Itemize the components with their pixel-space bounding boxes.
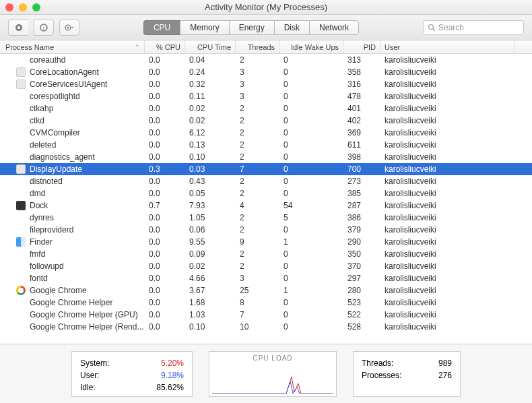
wake-value: 0 xyxy=(279,128,343,137)
table-row[interactable]: dynres0.01.0525386karolisliucveiki xyxy=(0,212,532,224)
col-idle-wake[interactable]: Idle Wake Ups xyxy=(279,40,343,53)
table-row[interactable]: deleted0.00.1320611karolisliucveiki xyxy=(0,139,532,151)
threads-value: 2 xyxy=(236,140,279,150)
user-value: karolisliucveiki xyxy=(380,104,515,113)
table-row[interactable]: Google Chrome Helper (GPU)0.01.0370522ka… xyxy=(0,309,532,321)
user-value: karolisliucveiki xyxy=(380,310,515,319)
threads-value: 3 xyxy=(236,67,279,77)
table-row[interactable]: corespotlightd0.00.1130478karolisliucvei… xyxy=(0,90,532,102)
table-row[interactable]: fileproviderd0.00.0620379karolisliucveik… xyxy=(0,224,532,236)
process-name: Google Chrome Helper xyxy=(30,298,112,307)
col-threads[interactable]: Threads xyxy=(236,40,279,53)
table-row[interactable]: DisplayUpdate0.30.0370700karolisliucveik… xyxy=(0,163,532,175)
wake-value: 0 xyxy=(279,92,343,101)
table-row[interactable]: followupd0.00.0220370karolisliucveiki xyxy=(0,260,532,272)
col-cpu[interactable]: % CPU xyxy=(145,40,185,53)
cputime-value: 0.10 xyxy=(185,322,236,332)
svg-point-6 xyxy=(428,24,433,29)
tab-network[interactable]: Network xyxy=(309,20,359,35)
process-name: ctkd xyxy=(30,116,44,125)
process-icon xyxy=(16,286,26,295)
user-value: karolisliucveiki xyxy=(380,189,515,198)
user-value: karolisliucveiki xyxy=(380,80,515,89)
cputime-value: 0.02 xyxy=(185,261,236,271)
cpu-value: 0.0 xyxy=(145,92,185,101)
col-pid[interactable]: PID xyxy=(343,40,380,53)
table-row[interactable]: CoreLocationAgent0.00.2430358karolisliuc… xyxy=(0,66,532,78)
user-value: karolisliucveiki xyxy=(380,201,515,210)
table-row[interactable]: CoreServicesUIAgent0.00.3230316karolisli… xyxy=(0,78,532,90)
wake-value: 0 xyxy=(279,116,343,125)
table-row[interactable]: Google Chrome Helper (Rend...0.00.101005… xyxy=(0,321,532,333)
wake-value: 1 xyxy=(279,286,343,295)
table-row[interactable]: ctkahp0.00.0220401karolisliucveiki xyxy=(0,102,532,115)
col-process-name[interactable]: Process Name⌃ xyxy=(0,40,145,53)
cputime-value: 3.67 xyxy=(185,286,236,295)
user-value: karolisliucveiki xyxy=(380,298,515,307)
wake-value: 0 xyxy=(279,177,343,186)
table-row[interactable]: CVMCompiler0.06.1220369karolisliucveiki xyxy=(0,127,532,139)
user-value: karolisliucveiki xyxy=(380,55,515,65)
table-row[interactable]: Finder0.09.5591290karolisliucveiki xyxy=(0,236,532,248)
pid-value: 369 xyxy=(343,128,380,137)
threads-value: 2 xyxy=(236,128,279,137)
process-name: followupd xyxy=(30,261,64,271)
table-row[interactable]: Google Chrome Helper0.01.6880523karolisl… xyxy=(0,297,532,309)
search-input[interactable]: Search xyxy=(423,20,524,35)
pid-value: 700 xyxy=(343,164,380,174)
col-cpu-time[interactable]: CPU Time xyxy=(185,40,236,53)
pid-value: 611 xyxy=(343,140,380,150)
col-user[interactable]: User xyxy=(380,40,515,53)
threads-value: 9 xyxy=(236,237,279,247)
table-row[interactable]: ctkd0.00.0220402karolisliucveiki xyxy=(0,115,532,127)
stop-process-button[interactable] xyxy=(8,20,28,36)
table-row[interactable]: fmfd0.00.0920350karolisliucveiki xyxy=(0,248,532,260)
processes-value: 276 xyxy=(438,369,452,381)
cpu-value: 0.0 xyxy=(145,80,185,89)
cpu-value: 0.0 xyxy=(145,322,185,332)
cpu-value: 0.0 xyxy=(145,213,185,222)
table-row[interactable]: Google Chrome0.03.67251280karolisliucvei… xyxy=(0,284,532,297)
tab-memory[interactable]: Memory xyxy=(180,20,228,35)
pid-value: 313 xyxy=(343,55,380,65)
tab-disk[interactable]: Disk xyxy=(274,20,309,35)
table-row[interactable]: Dock0.77.93454287karolisliucveiki xyxy=(0,199,532,212)
maximize-icon[interactable] xyxy=(32,3,40,11)
user-value: karolisliucveiki xyxy=(380,164,515,174)
system-label: System: xyxy=(80,357,109,369)
table-row[interactable]: distnoted0.00.4320273karolisliucveiki xyxy=(0,175,532,187)
cpu-value: 0.0 xyxy=(145,237,185,247)
table-row[interactable]: coreauthd0.00.0420313karolisliucveiki xyxy=(0,54,532,66)
cputime-value: 7.93 xyxy=(185,201,236,210)
cpu-value: 0.0 xyxy=(145,189,185,198)
table-row[interactable]: diagnostics_agent0.00.1020398karolisliuc… xyxy=(0,151,532,163)
svg-text:i: i xyxy=(43,25,44,31)
user-value: karolisliucveiki xyxy=(380,286,515,295)
process-name: fileproviderd xyxy=(30,225,73,235)
wake-value: 0 xyxy=(279,298,343,307)
table-row[interactable]: fontd0.04.6630297karolisliucveiki xyxy=(0,272,532,284)
tab-energy[interactable]: Energy xyxy=(229,20,274,35)
threads-value: 989 xyxy=(438,357,452,369)
search-icon xyxy=(428,24,436,32)
cputime-value: 1.03 xyxy=(185,310,236,319)
close-icon[interactable] xyxy=(5,3,13,11)
settings-button[interactable] xyxy=(59,20,79,36)
process-name: diagnostics_agent xyxy=(30,152,95,162)
tab-cpu[interactable]: CPU xyxy=(143,20,180,35)
cpu-value: 0.0 xyxy=(145,116,185,125)
cputime-value: 0.05 xyxy=(185,189,236,198)
pid-value: 316 xyxy=(343,80,380,89)
pid-value: 273 xyxy=(343,177,380,186)
cputime-value: 9.55 xyxy=(185,237,236,247)
user-value: karolisliucveiki xyxy=(380,213,515,222)
minimize-icon[interactable] xyxy=(19,3,27,11)
pid-value: 280 xyxy=(343,286,380,295)
cputime-value: 1.05 xyxy=(185,213,236,222)
table-row[interactable]: dmd0.00.0520385karolisliucveiki xyxy=(0,187,532,199)
pid-value: 402 xyxy=(343,116,380,125)
cpu-value: 0.0 xyxy=(145,55,185,65)
wake-value: 54 xyxy=(279,201,343,210)
cputime-value: 0.03 xyxy=(185,164,236,174)
inspect-process-button[interactable]: i xyxy=(34,20,54,36)
